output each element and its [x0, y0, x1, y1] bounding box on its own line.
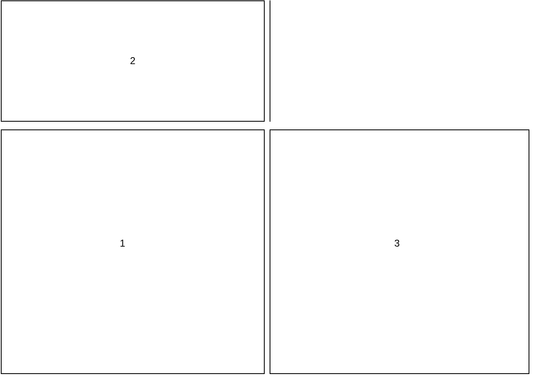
- label-box-2: 2: [130, 56, 135, 66]
- label-box-3: 3: [394, 238, 399, 248]
- label-box-1: 1: [120, 238, 125, 248]
- box-1: [1, 129, 265, 374]
- diagram-canvas: 2 1 3: [0, 0, 549, 392]
- vertical-divider-top: [270, 0, 270, 122]
- box-3: [270, 129, 529, 374]
